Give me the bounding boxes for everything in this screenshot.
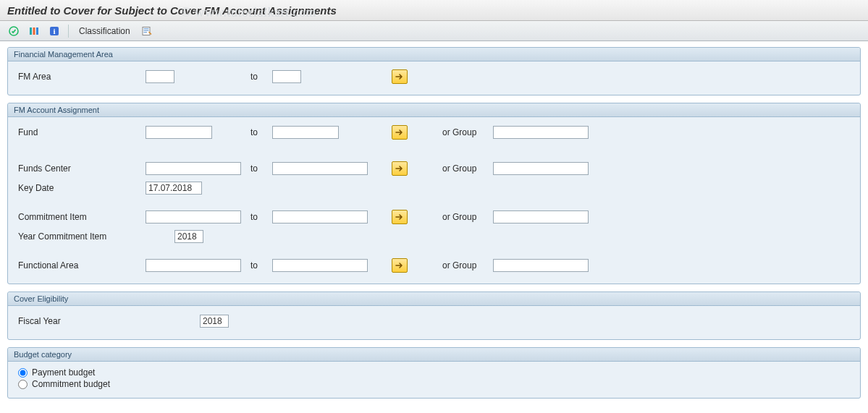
fund-label: Fund — [15, 127, 146, 137]
header: Entitled to Cover for Subject to Cover F… — [0, 0, 868, 21]
row-commitment-item: Commitment Item to or Group — [15, 208, 853, 226]
row-fiscal-year: Fiscal Year — [15, 312, 853, 330]
toolbar-separator — [68, 25, 69, 38]
or-group-label: or Group — [442, 260, 493, 271]
app-root: Entitled to Cover for Subject to Cover F… — [0, 0, 868, 413]
group-financial-management-area: Financial Management Area FM Area to — [7, 47, 861, 95]
group-title: Budget category — [8, 348, 860, 362]
classification-icon[interactable] — [139, 24, 155, 38]
funds-center-group-input[interactable] — [493, 162, 589, 175]
execute-icon[interactable] — [6, 24, 22, 38]
fiscal-year-input[interactable] — [200, 315, 229, 328]
row-functional-area: Functional Area to or Group — [15, 257, 853, 274]
fund-multiselect-icon[interactable] — [392, 125, 408, 140]
fm-area-from-input[interactable] — [146, 70, 174, 83]
classification-button[interactable]: Classification — [75, 24, 135, 38]
info-icon[interactable]: i — [46, 24, 62, 38]
toolbar: i Classification — [0, 21, 868, 41]
year-commitment-item-label: Year Commitment Item — [15, 231, 174, 242]
to-label: to — [250, 260, 272, 271]
functional-area-multiselect-icon[interactable] — [392, 258, 408, 273]
svg-rect-9 — [143, 32, 147, 33]
group-budget-category: Budget category Payment budget Commitmen… — [7, 347, 861, 399]
or-group-label: or Group — [442, 212, 493, 222]
fund-from-input[interactable] — [146, 126, 212, 139]
functional-area-from-input[interactable] — [146, 259, 241, 272]
group-cover-eligibility: Cover Eligibility Fiscal Year — [7, 291, 861, 340]
commitment-item-multiselect-icon[interactable] — [392, 210, 408, 224]
row-year-commitment-item: Year Commitment Item — [15, 228, 853, 245]
svg-rect-2 — [33, 27, 35, 35]
svg-text:i: i — [53, 27, 55, 35]
key-date-input[interactable] — [146, 182, 202, 195]
commitment-item-from-input[interactable] — [146, 210, 241, 223]
variants-icon[interactable] — [26, 24, 42, 38]
row-fm-area: FM Area to — [15, 68, 853, 85]
payment-budget-radio[interactable] — [18, 368, 28, 378]
funds-center-multiselect-icon[interactable] — [392, 161, 408, 176]
row-funds-center: Funds Center to or Group — [15, 160, 853, 177]
fund-group-input[interactable] — [493, 126, 589, 139]
commitment-budget-radio[interactable] — [18, 380, 28, 389]
commitment-item-group-input[interactable] — [493, 210, 589, 223]
group-fm-account-assignment: FM Account Assignment Fund to or Group F… — [7, 103, 861, 284]
funds-center-to-input[interactable] — [272, 162, 368, 175]
row-key-date: Key Date — [15, 179, 853, 197]
functional-area-group-input[interactable] — [493, 259, 589, 272]
or-group-label: or Group — [442, 163, 493, 174]
to-label: to — [250, 163, 272, 174]
page-title: Entitled to Cover for Subject to Cover F… — [7, 4, 337, 17]
payment-budget-radio-row[interactable]: Payment budget — [18, 367, 853, 378]
fm-area-label: FM Area — [15, 72, 146, 82]
fm-area-to-input[interactable] — [272, 70, 301, 83]
functional-area-to-input[interactable] — [272, 259, 368, 272]
fm-area-multiselect-icon[interactable] — [392, 69, 408, 84]
svg-rect-7 — [143, 28, 148, 29]
commitment-budget-radio-row[interactable]: Commitment budget — [18, 379, 853, 389]
or-group-label: or Group — [442, 127, 493, 137]
commitment-item-label: Commitment Item — [15, 212, 146, 222]
svg-rect-8 — [143, 30, 148, 30]
fiscal-year-label: Fiscal Year — [15, 316, 200, 326]
payment-budget-label: Payment budget — [32, 367, 95, 378]
fund-to-input[interactable] — [272, 126, 339, 139]
to-label: to — [250, 127, 272, 137]
key-date-label: Key Date — [15, 183, 146, 193]
group-title: FM Account Assignment — [8, 103, 860, 117]
funds-center-label: Funds Center — [15, 163, 146, 174]
commitment-budget-label: Commitment budget — [32, 379, 110, 389]
to-label: to — [250, 72, 272, 82]
row-fund: Fund to or Group — [15, 124, 853, 141]
svg-rect-1 — [30, 27, 32, 35]
group-title: Cover Eligibility — [8, 292, 860, 306]
group-title: Financial Management Area — [8, 48, 860, 61]
svg-rect-3 — [36, 27, 38, 35]
year-commitment-item-input[interactable] — [174, 230, 203, 243]
to-label: to — [250, 212, 272, 222]
commitment-item-to-input[interactable] — [272, 210, 368, 223]
funds-center-from-input[interactable] — [146, 162, 241, 175]
functional-area-label: Functional Area — [15, 260, 146, 271]
